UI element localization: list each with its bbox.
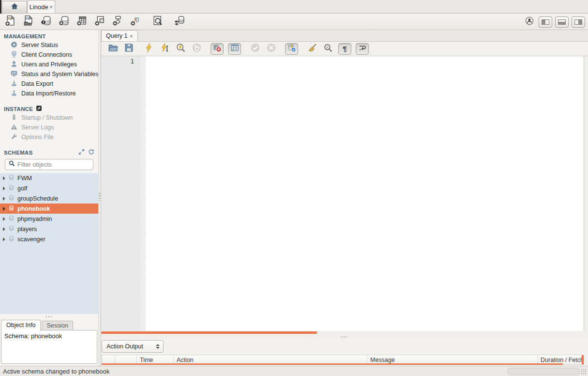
expand-triangle-icon[interactable] [3, 217, 5, 221]
options-file-icon [10, 133, 18, 142]
main-toolbar: SQL SQL i f() [0, 14, 588, 30]
window-edge [0, 0, 1, 14]
schema-filter-box[interactable] [5, 159, 93, 170]
create-view-icon [94, 15, 106, 29]
sidebar-horizontal-splitter[interactable] [0, 314, 98, 319]
rollback-button [265, 43, 277, 55]
stop-hand-icon [192, 43, 202, 55]
grip-icon [341, 336, 348, 338]
wrap-text-icon [358, 44, 367, 54]
schema-row-groupschedule[interactable]: groupSchedule [0, 193, 98, 204]
commit-check-icon [250, 43, 260, 55]
new-sql-tab-button[interactable]: SQL [4, 16, 16, 28]
sidebar-item-server-logs[interactable]: Server Logs [0, 123, 98, 132]
toggle-autocommit-button[interactable] [285, 43, 298, 55]
expand-triangle-icon[interactable] [3, 237, 5, 241]
expand-triangle-icon[interactable] [3, 187, 5, 190]
reconnect-dbms-button[interactable] [173, 16, 185, 28]
new-sql-tab-icon: SQL [4, 15, 16, 29]
create-table-button[interactable] [75, 16, 88, 28]
sidebar-item-data-export[interactable]: Data Export [0, 79, 98, 89]
editor-horizontal-scrollbar[interactable] [101, 331, 584, 334]
expand-triangle-icon[interactable] [3, 197, 5, 201]
sidebar-item-users-privileges[interactable]: Users and Privileges [0, 60, 98, 69]
schema-inspector-button[interactable]: i [40, 16, 52, 28]
query-tab-label: Query 1 [106, 32, 127, 39]
sidebar-item-data-import[interactable]: Data Import/Restore [0, 89, 98, 98]
explain-icon [176, 43, 186, 55]
schema-row-players[interactable]: players [0, 224, 98, 234]
preferences-button[interactable] [523, 16, 536, 28]
sidebar-item-server-status[interactable]: Server Status [0, 40, 98, 50]
limit-rows-button[interactable] [228, 43, 241, 55]
create-schema-button[interactable] [58, 16, 70, 28]
schema-row-phpmyadmin[interactable]: phpmyadmin [0, 214, 98, 224]
schema-icon [8, 225, 15, 233]
toggle-stop-on-error-button[interactable] [211, 43, 224, 55]
create-view-button[interactable] [93, 16, 106, 28]
save-script-button[interactable] [123, 43, 135, 55]
sidebar-item-label: Client Connections [21, 51, 72, 58]
create-procedure-button[interactable] [111, 16, 124, 28]
refresh-icon[interactable] [88, 149, 94, 156]
home-tab[interactable] [2, 1, 27, 13]
schema-row-golf[interactable]: golf [0, 183, 98, 193]
execute-current-button[interactable] [159, 43, 170, 55]
chevron-updown-icon [156, 344, 160, 349]
execute-current-icon [160, 43, 170, 55]
resize-grip-icon[interactable] [581, 369, 587, 375]
schema-inspector-icon: i [40, 15, 52, 29]
toggle-output-area-button[interactable] [555, 16, 569, 28]
schema-filter-input[interactable] [17, 161, 95, 168]
sidebar-item-client-connections[interactable]: Client Connections [0, 50, 98, 60]
find-button[interactable]: A [322, 43, 334, 55]
schema-name: phonebook [17, 205, 50, 212]
schema-icon [8, 174, 15, 182]
toggle-right-sidebar-icon [574, 19, 582, 25]
schema-row-fwm[interactable]: FWM [0, 173, 98, 183]
toggle-invisibles-button[interactable]: ¶ [338, 43, 351, 55]
schemas-section-title: SCHEMAS [0, 148, 98, 157]
beautify-button[interactable] [306, 43, 318, 55]
sidebar-item-startup-shutdown[interactable]: Startup / Shutdown [0, 113, 98, 123]
expand-icon[interactable] [78, 149, 85, 156]
pilcrow-icon: ¶ [343, 45, 347, 52]
schema-icon [8, 195, 15, 203]
toggle-wrap-button[interactable] [356, 43, 369, 55]
tab-session[interactable]: Session [42, 321, 73, 330]
explain-button[interactable] [175, 43, 186, 55]
search-table-data-button[interactable] [151, 16, 164, 28]
commit-button [249, 43, 261, 55]
expand-triangle-icon[interactable] [3, 176, 5, 180]
connection-tab[interactable]: Linode × [27, 0, 55, 13]
close-icon[interactable]: × [49, 3, 53, 11]
client-connections-icon [10, 50, 18, 60]
toggle-right-sidebar-button[interactable] [572, 16, 585, 28]
open-sql-script-icon: SQL [22, 15, 34, 29]
toggle-left-sidebar-button[interactable] [539, 16, 552, 28]
instance-title-label: INSTANCE [4, 106, 33, 112]
open-script-button[interactable] [107, 43, 119, 55]
sql-editor: 1 [101, 56, 584, 331]
schema-row-scavenger[interactable]: scavenger [0, 234, 98, 244]
scrollbar-thumb[interactable] [101, 331, 317, 334]
sidebar-item-label: Options File [21, 134, 54, 141]
sidebar-item-options-file[interactable]: Options File [0, 132, 98, 142]
tab-object-info[interactable]: Object Info [1, 320, 41, 330]
schema-row-phonebook-selected[interactable]: phonebook [0, 204, 98, 214]
header-accent-right [582, 355, 584, 364]
open-sql-script-button[interactable]: SQL [22, 16, 34, 28]
header-accent-bar [102, 363, 563, 365]
expand-triangle-icon[interactable] [3, 207, 5, 211]
close-icon[interactable]: × [129, 32, 133, 40]
code-area[interactable] [146, 56, 584, 331]
create-function-button[interactable]: f() [129, 16, 142, 28]
output-selector[interactable]: Action Output [102, 340, 164, 353]
limit-rows-icon [230, 43, 240, 55]
tab-query-1[interactable]: Query 1 × [101, 30, 138, 41]
sidebar-item-status-system-variables[interactable]: Status and System Variables [0, 69, 98, 79]
output-splitter[interactable] [101, 334, 588, 339]
execute-button[interactable] [143, 43, 154, 55]
instance-section-title: INSTANCE [0, 105, 98, 113]
expand-triangle-icon[interactable] [3, 227, 5, 231]
